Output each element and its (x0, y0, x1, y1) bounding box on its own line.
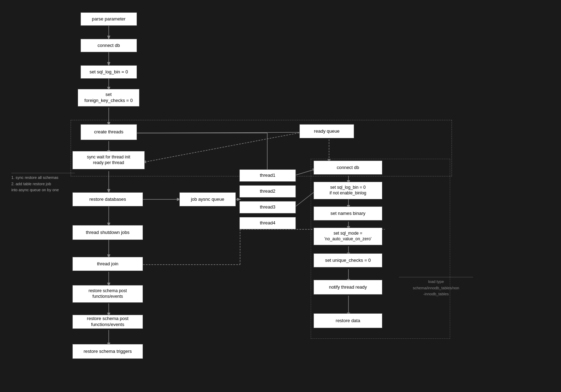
box-restore-schema-post: restore schema post functions/events (72, 285, 143, 303)
box-restore-databases: restore databases (72, 192, 143, 206)
box-thread3: thread3 (239, 201, 296, 213)
box-connect-db-1: connect db (80, 39, 137, 52)
box-sync-wait: sync wait for thread init ready per thre… (72, 151, 145, 169)
box-restore-schema-view: restore schema post functions/events (72, 315, 143, 329)
box-create-threads: create threads (80, 124, 137, 140)
box-set-foreign-key: set foreign_key_checks = 0 (78, 89, 139, 107)
box-connect-db-2: connect db (314, 161, 382, 175)
box-set-sql-log-bin-2: set sql_log_bin = 0 if not enable_binlog (314, 182, 382, 199)
box-thread4: thread4 (239, 217, 296, 229)
box-thread-join: thread join (72, 257, 143, 271)
box-thread-shutdown-jobs: thread shutdown jobs (72, 225, 143, 240)
box-set-names-binary: set names binary (314, 206, 382, 221)
box-restore-schema-triggers: restore schema triggers (72, 344, 143, 359)
box-thread1: thread1 (239, 169, 296, 182)
annotation-sync-note: 1. sync restore all schemas2. add table … (11, 173, 75, 193)
box-set-sql-mode: set sql_mode = 'no_auto_value_on_zero' (314, 228, 382, 245)
diagram-container: parse parameter connect db set sql_log_b… (0, 0, 561, 392)
box-set-unique-checks: set unique_checks = 0 (314, 253, 382, 267)
annotation-load-type: load typeschema/innodb_tables/non-innodb… (399, 277, 473, 297)
box-parse-parameter: parse parameter (80, 12, 137, 26)
box-notify-thread-ready: notify thread ready (314, 280, 382, 295)
box-thread2: thread2 (239, 185, 296, 198)
box-job-async-queue: job aysnc queue (179, 192, 236, 206)
box-ready-queue: ready queue (299, 124, 354, 138)
box-restore-data: restore data (314, 313, 382, 328)
box-set-sql-log-bin: set sql_log_bin = 0 (80, 65, 137, 79)
